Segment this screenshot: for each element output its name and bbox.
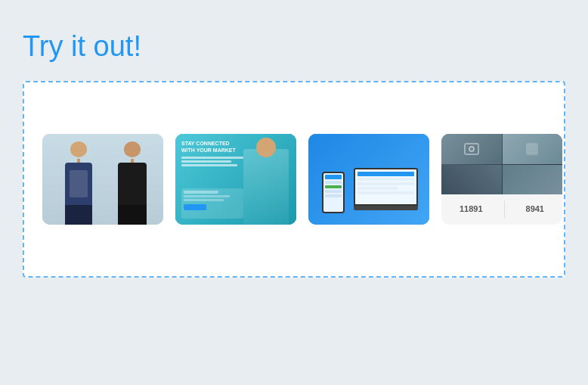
device-mockup-icon [316, 141, 422, 217]
photo-cell-3 [441, 165, 502, 195]
person-male-icon [57, 141, 99, 225]
photo-cell-2 [503, 134, 563, 164]
card-3[interactable] [308, 134, 429, 225]
photo-cell-4 [503, 165, 563, 195]
card-4-stat-2: 8941 [526, 204, 544, 215]
card-2[interactable]: STAY CONNECTEDWITH YOUR MARKET [175, 134, 296, 225]
drop-zone[interactable]: STAY CONNECTEDWITH YOUR MARKET [23, 81, 565, 278]
card-1[interactable] [42, 134, 163, 225]
stat-divider [504, 200, 505, 219]
card-4[interactable]: 11891 8941 [441, 134, 562, 225]
cards-row: STAY CONNECTEDWITH YOUR MARKET [42, 134, 546, 225]
card-2-text: STAY CONNECTEDWITH YOUR MARKET [181, 140, 243, 166]
page-title: Try it out! [23, 30, 565, 63]
photo-cell-1 [441, 134, 502, 164]
card-4-stat-1: 11891 [460, 204, 483, 215]
person-female-icon [111, 141, 153, 225]
